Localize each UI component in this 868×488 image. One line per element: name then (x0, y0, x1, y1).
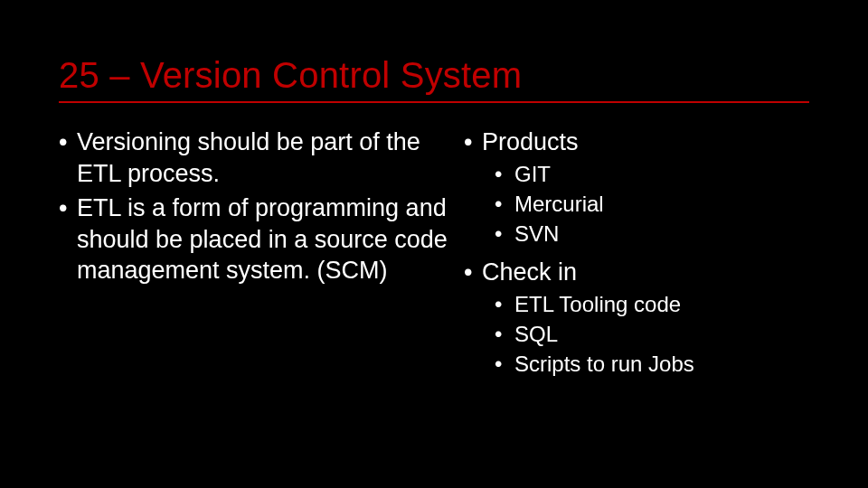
bullet-versioning-etl: Versioning should be part of the ETL pro… (59, 127, 448, 189)
bullet-etl-scm: ETL is a form of programming and should … (59, 192, 448, 286)
content-columns: Versioning should be part of the ETL pro… (59, 127, 809, 380)
bullet-scripts-run-jobs: Scripts to run Jobs (495, 350, 809, 378)
bullet-git: GIT (495, 160, 809, 188)
slide: 25 – Version Control System Versioning s… (0, 0, 868, 488)
bullet-svn: SVN (495, 220, 809, 248)
left-column: Versioning should be part of the ETL pro… (59, 127, 448, 380)
bullet-products: Products (464, 127, 809, 158)
bullet-check-in: Check in (464, 257, 809, 288)
bullet-etl-tooling-code: ETL Tooling code (495, 290, 809, 318)
slide-title: 25 – Version Control System (59, 54, 809, 96)
title-underline (59, 101, 809, 103)
bullet-sql: SQL (495, 320, 809, 348)
bullet-mercurial: Mercurial (495, 190, 809, 218)
right-column: Products GIT Mercurial SVN Check in ETL … (464, 127, 809, 380)
